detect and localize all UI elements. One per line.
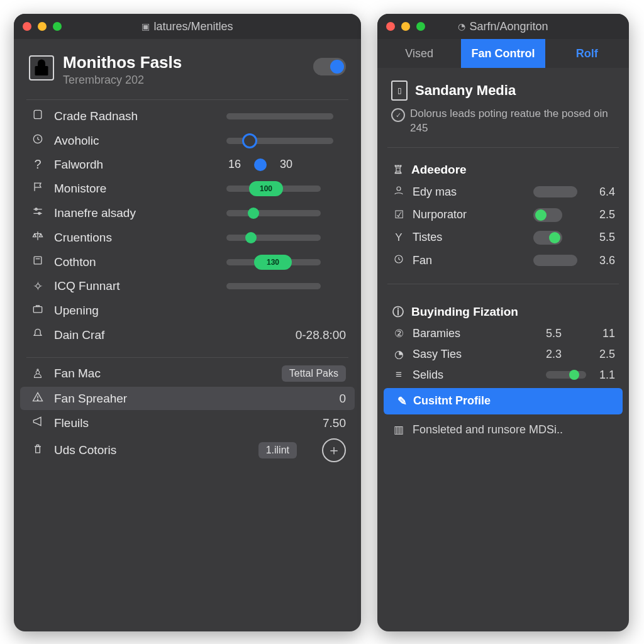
question-icon: ? <box>29 157 47 172</box>
chip-tettal-paks[interactable]: Tettal Paks <box>282 365 346 382</box>
tab-vised[interactable]: Vised <box>377 39 461 68</box>
tower-icon: ♖ <box>391 163 405 177</box>
row-label: Fan <box>413 254 533 267</box>
row-label: Tistes <box>413 231 533 244</box>
bell-icon <box>29 327 47 343</box>
section-buyinding-label: Buyinding Fization <box>411 305 518 319</box>
row-tistes[interactable]: Y Tistes 5.5 <box>377 226 629 249</box>
mini-slider[interactable] <box>546 371 586 379</box>
note-icon <box>29 254 47 270</box>
layout-icon: ▥ <box>391 423 406 436</box>
row-dain-craf[interactable]: Dain Craf 0-28.8:00 <box>14 323 361 347</box>
row-label: Baramies <box>413 327 546 340</box>
spark-icon: ✧ <box>29 279 47 294</box>
row-label: Nurporator <box>413 208 533 221</box>
section-adeedore: ♖ Adeedore <box>377 154 629 180</box>
row-fan-mac[interactable]: ♙ Fan Mac Tettal Paks <box>14 362 361 386</box>
row-sasy-ties[interactable]: ◔ Sasy Ties 2.3 2.5 <box>377 344 629 365</box>
svg-rect-1 <box>34 110 42 118</box>
balance-icon <box>29 230 47 245</box>
row-selids[interactable]: ≡ Selids 1.1 <box>377 365 629 386</box>
window-title-left: ▣ latures/Menitles <box>14 20 361 33</box>
row-label: Uds Cotoris <box>54 443 258 457</box>
row-icq-funnart[interactable]: ✧ ICQ Funnart <box>14 274 361 298</box>
tab-fan-control[interactable]: Fan Control <box>461 39 545 68</box>
slider[interactable]: 100 <box>226 186 321 192</box>
titlebar-right: ◔ Sarfn/Aongriton <box>377 14 629 39</box>
row-value: 2.5 <box>590 208 615 221</box>
slider[interactable] <box>226 113 333 119</box>
row-falwordh[interactable]: ? Falwordh 16 30 <box>14 153 361 176</box>
svg-point-8 <box>397 187 401 191</box>
slider[interactable] <box>226 210 321 216</box>
lock-icon <box>29 55 54 80</box>
section-adeedore-label: Adeedore <box>411 163 467 177</box>
range-thumb-icon[interactable] <box>254 158 267 171</box>
list-icon: ≡ <box>391 369 406 381</box>
check-icon: ✓ <box>391 108 405 122</box>
row-monistore[interactable]: Monistore 100 <box>14 176 361 201</box>
window-close-icon[interactable] <box>23 22 31 31</box>
range-readout: 16 30 <box>226 158 294 171</box>
checkbox-icon: ☑ <box>391 208 406 221</box>
window-title-right-text: Sarfn/Aongriton <box>469 20 548 33</box>
window-fan-control: ◔ Sarfn/Aongriton Vised Fan Control Rolf… <box>377 14 629 631</box>
row-fan[interactable]: Fan 3.6 <box>377 249 629 272</box>
row-label: Fan Mac <box>54 367 282 380</box>
window-minimize-icon[interactable] <box>401 22 410 31</box>
tab-rolf[interactable]: Rolf <box>545 39 629 68</box>
toggle[interactable] <box>533 231 562 245</box>
add-button[interactable]: ＋ <box>322 438 346 462</box>
row-cothton[interactable]: Cothton 130 <box>14 250 361 274</box>
martini-icon: Y <box>391 231 406 244</box>
row-inanefre[interactable]: Inanefre alsady <box>14 201 361 225</box>
svg-rect-0 <box>35 66 48 75</box>
row-uds-cotoris[interactable]: Uds Cotoris 1.ilint ＋ <box>14 435 361 466</box>
col-2: 2.5 <box>584 348 615 361</box>
col-1: 5.5 <box>546 327 584 340</box>
row-upening[interactable]: Upening <box>14 298 361 323</box>
row-label: Selids <box>413 369 546 382</box>
row-edy-mas[interactable]: Edy mas 6.4 <box>377 180 629 204</box>
toggle[interactable] <box>533 208 562 222</box>
slider[interactable] <box>226 283 321 289</box>
col-1: 2.3 <box>546 348 584 361</box>
chip-ilint[interactable]: 1.ilint <box>258 442 297 458</box>
row-footer[interactable]: ▥ Fonsleted and runsore MDSi.. <box>377 417 629 443</box>
row-cruentions[interactable]: Cruentions <box>14 225 361 250</box>
row-label: Avoholic <box>54 134 226 148</box>
row-crade-radnash[interactable]: Crade Radnash <box>14 104 361 128</box>
row-custom-profile[interactable]: ✎ Cusitnt Profile <box>384 388 623 414</box>
row-value: 0 <box>321 392 346 406</box>
row-fleuils[interactable]: Fleuils 7.50 <box>14 411 361 435</box>
window-minimize-icon[interactable] <box>38 22 47 31</box>
person-icon <box>391 185 406 199</box>
flag-icon <box>29 180 47 196</box>
row-fan-spreaher[interactable]: Fan Spreaher 0 <box>20 387 355 410</box>
sliders-icon <box>29 205 47 221</box>
device-icon: ▯ <box>391 80 408 101</box>
row-value: 3.6 <box>590 254 615 267</box>
progress-bar <box>533 255 577 266</box>
row-value: 5.5 <box>590 231 615 244</box>
row-value: 0-28.8:00 <box>270 328 346 342</box>
media-header: ▯ Sandany Media ✓ Dolorus leads poting r… <box>377 68 629 141</box>
panel-subtitle: Terembracy 202 <box>63 74 313 87</box>
window-close-icon[interactable] <box>386 22 395 31</box>
row-avoholic[interactable]: Avoholic <box>14 128 361 153</box>
window-zoom-icon[interactable] <box>416 22 425 31</box>
row-label: Dain Craf <box>54 328 270 342</box>
clock-icon <box>29 133 47 148</box>
row-nurporator[interactable]: ☑ Nurporator 2.5 <box>377 204 629 226</box>
master-toggle[interactable] <box>313 58 346 75</box>
window-monitors: ▣ latures/Menitles Monithos Fasls Teremb… <box>14 14 361 631</box>
slider[interactable] <box>226 235 321 241</box>
slider[interactable] <box>226 138 333 144</box>
titlebar-left: ▣ latures/Menitles <box>14 14 361 39</box>
slider[interactable]: 130 <box>226 259 321 265</box>
svg-rect-5 <box>34 257 42 264</box>
row-label: Fan Spreaher <box>54 392 321 406</box>
window-zoom-icon[interactable] <box>53 22 62 31</box>
row-baramies[interactable]: ② Baramies 5.5 11 <box>377 323 629 344</box>
row-value: 6.4 <box>590 186 615 199</box>
